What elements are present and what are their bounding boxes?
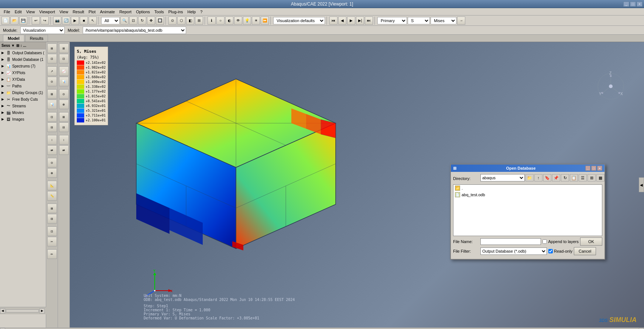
menu-plot[interactable]: Plot bbox=[86, 9, 98, 15]
tb-shade-btn[interactable]: ◧ bbox=[186, 17, 194, 25]
tree-item-output-db[interactable]: ▶ 🗄 Output Databases ( bbox=[0, 49, 46, 56]
side-btn-8[interactable]: ⊟ bbox=[47, 122, 57, 132]
s-dropdown[interactable]: S bbox=[408, 17, 430, 24]
side-btn-3[interactable]: ↗ bbox=[47, 66, 57, 76]
tb-stop-btn[interactable]: ■ bbox=[80, 17, 88, 25]
left-panel-scroll-left[interactable]: ◀ bbox=[0, 308, 5, 314]
maximize-button[interactable]: □ bbox=[630, 1, 636, 7]
dir-new-btn[interactable]: 📋 bbox=[570, 174, 578, 181]
mid-btn-6[interactable]: ⊕ bbox=[59, 100, 69, 109]
mid-btn-5[interactable]: ⊙ bbox=[59, 89, 69, 99]
primary-dropdown[interactable]: Primary bbox=[377, 17, 407, 24]
tb-save-btn[interactable]: 💾 bbox=[19, 17, 27, 25]
tb-fit-btn[interactable]: ⊡ bbox=[129, 17, 137, 25]
tb-mesh-btn[interactable]: ⊞ bbox=[195, 17, 203, 25]
menu-edit[interactable]: Edit bbox=[13, 9, 24, 15]
tree-item-movies[interactable]: ▶ 🎬 Movies bbox=[0, 109, 46, 116]
side-btn-10[interactable]: ⇄ bbox=[47, 145, 57, 155]
dir-list-btn[interactable]: ☰ bbox=[579, 174, 587, 181]
tree-item-paths[interactable]: ▶ 〰 Paths bbox=[0, 83, 46, 89]
menu-result[interactable]: Result bbox=[71, 9, 86, 15]
tb-last-btn[interactable]: ⏭ bbox=[365, 17, 373, 25]
tree-item-model-db[interactable]: ▶ 🗄 Model Database (1 bbox=[0, 56, 46, 63]
left-panel-scroll-right[interactable]: ▶ bbox=[40, 308, 45, 314]
tb-select-btn[interactable]: ↖ bbox=[89, 17, 97, 25]
dir-pin-btn[interactable]: 📌 bbox=[552, 174, 560, 181]
mid-btn-2[interactable]: ⊡ bbox=[59, 54, 69, 63]
tb-ray-btn[interactable]: ☀ bbox=[252, 17, 260, 25]
tb-refresh-btn[interactable]: 🔄 bbox=[62, 17, 70, 25]
menu-tools[interactable]: Tools bbox=[152, 9, 166, 15]
side-btn-4[interactable]: ⊙ bbox=[47, 77, 57, 86]
tree-item-display-groups[interactable]: ▶ 📁 Display Groups (1) bbox=[0, 89, 46, 96]
tb-next-btn[interactable]: ▶| bbox=[356, 17, 364, 25]
model-select[interactable]: /home/vitampar/apps/abaqus/abq_test.odb bbox=[83, 27, 186, 34]
dir-more-btn[interactable]: ▦ bbox=[596, 174, 604, 181]
tb-camera-btn[interactable]: 📷 bbox=[53, 17, 61, 25]
tree-item-streams[interactable]: ▶ 〜 Streams bbox=[0, 103, 46, 109]
menu-animate[interactable]: Animate bbox=[98, 9, 117, 15]
close-button[interactable]: × bbox=[637, 1, 643, 7]
minimize-button[interactable]: _ bbox=[623, 1, 629, 7]
menu-plugins[interactable]: Plug-ins bbox=[166, 9, 185, 15]
menu-view2[interactable]: View bbox=[57, 9, 71, 15]
tb-playfwd-btn[interactable]: ▶ bbox=[347, 17, 355, 25]
file-item-odb[interactable]: 📄 abq_test.odb bbox=[453, 191, 602, 198]
side-btn-14[interactable]: 📏 bbox=[47, 191, 57, 201]
side-btn-18[interactable]: ✂ bbox=[47, 237, 57, 246]
tb-open-btn[interactable]: 📂 bbox=[10, 17, 18, 25]
tb-half-btn[interactable]: ◐ bbox=[225, 17, 233, 25]
side-btn-15[interactable]: ⊞ bbox=[47, 204, 57, 213]
mid-btn-3[interactable]: 📈 bbox=[59, 66, 69, 76]
viewport-expand-btn[interactable]: ◀ bbox=[639, 177, 644, 192]
menu-help[interactable]: Help bbox=[185, 9, 198, 15]
dir-bookmark-btn[interactable]: 🔖 bbox=[543, 174, 551, 181]
cancel-button[interactable]: Cancel bbox=[574, 247, 596, 255]
tb-zoom-btn[interactable]: 🔍 bbox=[120, 17, 129, 25]
dialog-close-btn[interactable]: × bbox=[597, 166, 602, 171]
dialog-maximize-btn[interactable]: □ bbox=[591, 166, 596, 171]
tb-3d-btn[interactable]: 🔲 bbox=[156, 17, 164, 25]
side-btn-2[interactable]: ⊡ bbox=[47, 54, 57, 63]
tb-new-btn[interactable]: 📄 bbox=[1, 17, 10, 25]
file-list[interactable]: 📁 . 📄 abq_test.odb bbox=[453, 184, 602, 236]
tree-item-xyplots[interactable]: ▶ 📈 XYPlots bbox=[0, 69, 46, 76]
tb-prev-btn[interactable]: ◀ bbox=[338, 17, 346, 25]
directory-select[interactable]: abaqus bbox=[480, 174, 525, 181]
tb-first-btn[interactable]: ⏮ bbox=[329, 17, 338, 25]
tb-rotate-btn[interactable]: ↻ bbox=[138, 17, 146, 25]
tb-sphere-btn[interactable]: ⊙ bbox=[168, 17, 177, 25]
file-item-dotdot[interactable]: 📁 . bbox=[453, 185, 602, 191]
filename-input[interactable] bbox=[480, 238, 541, 245]
dir-up-btn[interactable]: ↑ bbox=[534, 174, 542, 181]
bottom-scrollbar[interactable]: ◀ ▶ bbox=[0, 328, 644, 329]
append-checkbox[interactable] bbox=[542, 239, 547, 244]
field-dropdown[interactable]: All bbox=[101, 17, 120, 24]
menu-viewport[interactable]: Viewport bbox=[37, 9, 57, 15]
mid-btn-10[interactable]: ⇄ bbox=[59, 145, 69, 155]
tb-play-btn[interactable]: ▶ bbox=[71, 17, 79, 25]
readonly-checkbox[interactable] bbox=[548, 249, 553, 253]
tb-circle-btn[interactable]: ○ bbox=[216, 17, 225, 25]
side-btn-7[interactable]: ⊡ bbox=[47, 112, 57, 122]
side-btn-9[interactable]: ↕ bbox=[47, 135, 57, 145]
menu-file[interactable]: File bbox=[1, 9, 13, 15]
mid-btn-4[interactable]: 📊 bbox=[59, 77, 69, 86]
tab-results[interactable]: Results bbox=[25, 35, 48, 42]
filefilter-select[interactable]: Output Database (*.odb) bbox=[480, 247, 547, 255]
side-btn-19[interactable]: ✏ bbox=[47, 249, 57, 259]
dir-folder-btn[interactable]: 📁 bbox=[525, 174, 534, 181]
scroll-right-arrow[interactable]: ▶ bbox=[639, 328, 644, 329]
tb-arrow-btn[interactable]: → bbox=[457, 17, 465, 25]
viewport[interactable]: S, Mises (Avg: 75%) +2.141e+02 +1.982e+0… bbox=[70, 42, 644, 328]
side-btn-13[interactable]: 📐 bbox=[47, 181, 57, 190]
side-btn-11[interactable]: ⊙ bbox=[47, 158, 57, 167]
module-select[interactable]: Visualization bbox=[20, 27, 65, 34]
mises-dropdown[interactable]: Mises bbox=[431, 17, 456, 24]
window-controls[interactable]: _ □ × bbox=[623, 1, 643, 7]
mid-btn-7[interactable]: ⊞ bbox=[59, 112, 69, 122]
visualization-dropdown[interactable]: Visualization defaults bbox=[273, 17, 325, 24]
tb-translate-btn[interactable]: ✥ bbox=[147, 17, 155, 25]
tb-undo-btn[interactable]: ↩ bbox=[32, 17, 40, 25]
tree-item-images[interactable]: ▶ 🖼 Images bbox=[0, 116, 46, 122]
